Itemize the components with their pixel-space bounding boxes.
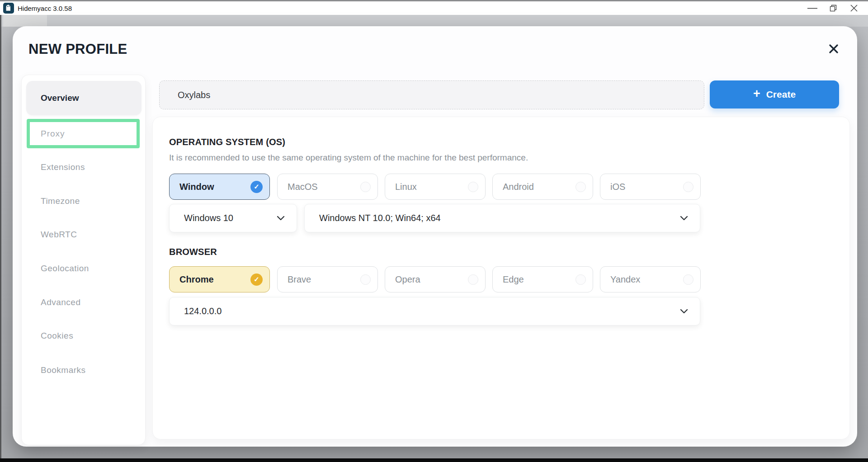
- os-section-description: It is recommended to use the same operat…: [169, 153, 528, 163]
- sidebar-item-label: Cookies: [41, 331, 73, 340]
- dialog-title: NEW PROFILE: [28, 41, 127, 57]
- sidebar-item-advanced[interactable]: Advanced: [22, 297, 146, 308]
- minimize-button[interactable]: [802, 1, 823, 15]
- create-button[interactable]: + Create: [710, 80, 839, 108]
- os-option-android[interactable]: Android: [492, 174, 593, 200]
- radio-icon: [576, 182, 586, 192]
- chevron-down-icon: [277, 216, 285, 221]
- window-controls: [802, 1, 864, 15]
- close-icon: [828, 43, 839, 54]
- taskbar-strip: [0, 458, 868, 462]
- dialog-close-button[interactable]: [823, 38, 844, 60]
- os-option-label: Android: [503, 182, 534, 192]
- profile-name-input[interactable]: [159, 80, 704, 109]
- plus-icon: +: [753, 88, 760, 100]
- dropdown-value: Windows NT 10.0; Win64; x64: [319, 213, 441, 223]
- create-button-label: Create: [766, 89, 796, 100]
- radio-icon: [468, 182, 478, 192]
- restore-button[interactable]: [823, 1, 844, 15]
- os-version-dropdown[interactable]: Windows 10: [169, 204, 297, 232]
- sidebar-item-label: Bookmarks: [41, 365, 86, 375]
- check-icon: ✓: [250, 273, 263, 286]
- browser-option-edge[interactable]: Edge: [492, 266, 593, 292]
- sidebar-item-cookies[interactable]: Cookies: [22, 331, 146, 342]
- os-section-title: OPERATING SYSTEM (OS): [169, 137, 285, 147]
- os-option-label: Linux: [395, 182, 417, 192]
- dimmed-backdrop-panel: [3, 15, 47, 27]
- user-agent-dropdown[interactable]: Windows NT 10.0; Win64; x64: [304, 204, 700, 232]
- restore-icon: [830, 5, 837, 12]
- os-option-window[interactable]: Window ✓: [169, 174, 270, 200]
- minimize-icon: [807, 8, 817, 9]
- browser-option-label: Edge: [503, 274, 524, 285]
- browser-option-label: Yandex: [610, 274, 640, 285]
- browser-option-brave[interactable]: Brave: [277, 266, 378, 292]
- os-option-linux[interactable]: Linux: [385, 174, 486, 200]
- os-option-label: iOS: [610, 182, 625, 192]
- sidebar-item-geolocation[interactable]: Geolocation: [22, 264, 146, 274]
- radio-icon: [360, 182, 371, 192]
- check-icon: ✓: [250, 181, 263, 193]
- sidebar-item-bookmarks[interactable]: Bookmarks: [22, 365, 146, 376]
- os-option-label: MacOS: [288, 182, 318, 192]
- settings-card: OPERATING SYSTEM (OS) It is recommended …: [152, 117, 850, 439]
- sidebar-item-webrtc[interactable]: WebRTC: [22, 230, 146, 240]
- sidebar-item-label: Overview: [41, 93, 79, 103]
- browser-option-label: Chrome: [179, 274, 214, 285]
- close-icon: [850, 5, 858, 12]
- chevron-down-icon: [680, 216, 688, 221]
- browser-option-yandex[interactable]: Yandex: [600, 266, 701, 292]
- radio-icon: [683, 182, 693, 192]
- sidebar-item-timezone[interactable]: Timezone: [22, 196, 146, 207]
- window-title: Hidemyacc 3.0.58: [18, 5, 72, 12]
- browser-section-title: BROWSER: [169, 247, 217, 257]
- os-option-macos[interactable]: MacOS: [277, 174, 378, 200]
- close-window-button[interactable]: [844, 1, 864, 15]
- titlebar: Hidemyacc 3.0.58: [0, 0, 868, 15]
- new-profile-dialog: NEW PROFILE Overview Proxy Extensions Ti…: [13, 26, 857, 447]
- sidebar-item-extensions[interactable]: Extensions: [22, 162, 146, 173]
- browser-option-opera[interactable]: Opera: [385, 266, 486, 292]
- sidebar: Overview Proxy Extensions Timezone WebRT…: [21, 75, 146, 445]
- browser-option-label: Opera: [395, 274, 420, 285]
- chevron-down-icon: [680, 309, 688, 314]
- os-option-ios[interactable]: iOS: [600, 174, 701, 200]
- os-option-label: Window: [179, 182, 214, 192]
- app-ghost-icon: [3, 3, 14, 14]
- dropdown-value: Windows 10: [184, 213, 233, 223]
- browser-version-dropdown[interactable]: 124.0.0.0: [169, 297, 700, 325]
- browser-option-chrome[interactable]: Chrome ✓: [169, 266, 270, 292]
- sidebar-item-overview[interactable]: Overview: [26, 81, 142, 115]
- browser-option-label: Brave: [288, 274, 311, 285]
- radio-icon: [576, 274, 586, 285]
- sidebar-item-label: Extensions: [41, 162, 85, 172]
- sidebar-item-label: WebRTC: [41, 230, 77, 239]
- sidebar-item-label: Timezone: [41, 196, 80, 206]
- dropdown-value: 124.0.0.0: [184, 306, 222, 316]
- dimmed-backdrop-strip: [0, 15, 868, 27]
- window-left-border: [0, 15, 1, 458]
- radio-icon: [683, 274, 693, 285]
- radio-icon: [468, 274, 478, 285]
- sidebar-item-label: Geolocation: [41, 264, 89, 273]
- sidebar-item-proxy[interactable]: Proxy: [27, 119, 140, 148]
- radio-icon: [360, 274, 371, 285]
- sidebar-item-label: Advanced: [41, 297, 81, 307]
- sidebar-item-label: Proxy: [41, 129, 65, 139]
